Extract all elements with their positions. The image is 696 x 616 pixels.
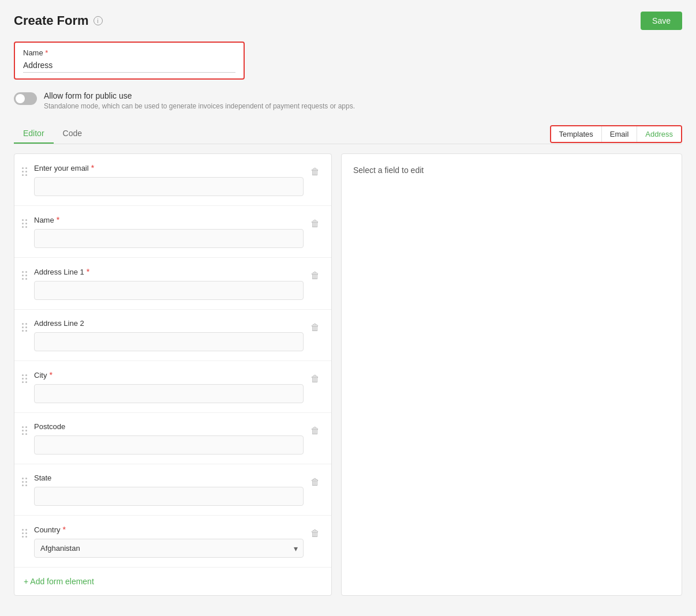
name-field-input[interactable] (23, 61, 235, 73)
delete-state-button[interactable]: 🗑 (308, 475, 322, 490)
field-label-row-state: State (34, 474, 304, 482)
field-label-row-address-line-1: Address Line 1 * (34, 267, 304, 276)
field-input-postcode[interactable] (34, 435, 304, 455)
right-panel: Select a field to edit (341, 153, 682, 596)
field-row-address-line-1: Address Line 1 * 🗑 (14, 258, 331, 310)
field-label-state: State (34, 474, 51, 482)
field-row-country: Country * Afghanistan Albania Algeria Un… (14, 516, 331, 568)
toggle-section: Allow form for public use Standalone mod… (14, 91, 682, 110)
required-star-name: * (57, 215, 59, 224)
left-tabs: Editor Code (14, 124, 91, 144)
field-label-country: Country (34, 525, 61, 534)
required-star-country: * (63, 525, 66, 534)
field-label-city: City (34, 371, 47, 380)
field-content-state: State (34, 474, 304, 506)
tab-templates[interactable]: Templates (551, 126, 601, 142)
page-header: Create Form i Save (14, 12, 682, 30)
public-use-toggle[interactable] (14, 92, 37, 105)
delete-city-button[interactable]: 🗑 (308, 371, 322, 386)
tabs-row: Editor Code Templates Email Address (14, 124, 682, 144)
field-label-postcode: Postcode (34, 422, 65, 431)
field-row-name: Name * 🗑 (14, 206, 331, 258)
required-star-city: * (49, 370, 52, 380)
right-tabs-box: Templates Email Address (550, 125, 682, 143)
field-content-email: Enter your email * (34, 163, 304, 196)
field-label-row-email: Enter your email * (34, 163, 304, 172)
tab-code[interactable]: Code (54, 124, 91, 144)
field-label-row-postcode: Postcode (34, 422, 304, 431)
tab-email[interactable]: Email (601, 126, 637, 142)
drag-handle-postcode[interactable] (19, 422, 29, 435)
page-title: Create Form (14, 13, 89, 28)
toggle-sub-label: Standalone mode, which can be used to ge… (44, 102, 355, 110)
field-select-country[interactable]: Afghanistan Albania Algeria United State… (34, 539, 304, 558)
field-row-state: State 🗑 (14, 464, 331, 516)
page-title-row: Create Form i (14, 13, 103, 28)
field-label-row-name: Name * (34, 215, 304, 224)
field-content-city: City * (34, 370, 304, 403)
field-row-address-line-2: Address Line 2 🗑 (14, 310, 331, 361)
add-form-element-button[interactable]: + Add form element (24, 577, 94, 586)
field-input-email[interactable] (34, 177, 304, 196)
select-wrapper-country: Afghanistan Albania Algeria United State… (34, 539, 304, 558)
required-star-email: * (91, 163, 94, 172)
delete-country-button[interactable]: 🗑 (308, 526, 322, 541)
delete-postcode-button[interactable]: 🗑 (308, 423, 322, 438)
field-label-address-line-1: Address Line 1 (34, 268, 84, 276)
select-field-text: Select a field to edit (353, 166, 424, 175)
field-label-address-line-2: Address Line 2 (34, 319, 84, 328)
editor-panel: Enter your email * 🗑 (14, 153, 332, 596)
field-row-postcode: Postcode 🗑 (14, 413, 331, 464)
delete-email-button[interactable]: 🗑 (308, 164, 322, 179)
drag-handle-country[interactable] (19, 525, 29, 538)
drag-handle-state[interactable] (19, 474, 29, 486)
field-content-name: Name * (34, 215, 304, 248)
field-input-address-line-1[interactable] (34, 281, 304, 300)
drag-handle-email[interactable] (19, 163, 29, 176)
drag-handle-name[interactable] (19, 215, 29, 228)
field-input-address-line-2[interactable] (34, 332, 304, 351)
name-field-label: Name * (23, 48, 235, 57)
required-star-address-line-1: * (87, 267, 89, 276)
field-input-state[interactable] (34, 487, 304, 506)
main-content: Enter your email * 🗑 (14, 153, 682, 596)
save-button[interactable]: Save (641, 12, 682, 30)
tab-editor[interactable]: Editor (14, 124, 54, 144)
field-label-row-city: City * (34, 370, 304, 380)
field-label-name: Name (34, 216, 54, 224)
field-content-address-line-2: Address Line 2 (34, 319, 304, 351)
delete-address-line-1-button[interactable]: 🗑 (308, 268, 322, 283)
field-label-row-country: Country * (34, 525, 304, 534)
drag-handle-city[interactable] (19, 370, 29, 383)
toggle-text: Allow form for public use Standalone mod… (44, 91, 355, 110)
drag-handle-address-line-1[interactable] (19, 267, 29, 280)
field-content-postcode: Postcode (34, 422, 304, 455)
required-star: * (45, 48, 48, 57)
field-row-city: City * 🗑 (14, 361, 331, 413)
field-label-row-address-line-2: Address Line 2 (34, 319, 304, 328)
tab-address[interactable]: Address (637, 126, 681, 142)
drag-handle-address-line-2[interactable] (19, 319, 29, 332)
field-content-country: Country * Afghanistan Albania Algeria Un… (34, 525, 304, 558)
info-icon[interactable]: i (93, 16, 103, 25)
field-input-city[interactable] (34, 384, 304, 403)
delete-name-button[interactable]: 🗑 (308, 216, 322, 231)
field-row-email: Enter your email * 🗑 (14, 154, 331, 206)
toggle-slider (14, 92, 37, 105)
delete-address-line-2-button[interactable]: 🗑 (308, 320, 322, 335)
field-content-address-line-1: Address Line 1 * (34, 267, 304, 300)
name-field-container: Name * (14, 42, 245, 80)
add-element-row: + Add form element (14, 568, 331, 595)
field-input-name[interactable] (34, 229, 304, 248)
field-label-email: Enter your email (34, 164, 89, 172)
toggle-main-label: Allow form for public use (44, 91, 355, 100)
